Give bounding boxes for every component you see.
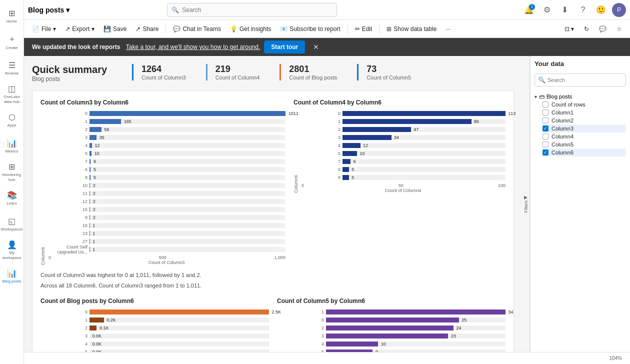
tree-root[interactable]: ▾ 🗃 Blog posts [534,92,626,100]
view-toggle-button[interactable]: ⊡ ▾ [560,22,578,36]
bar-value: 34 [508,310,514,314]
chat-in-teams-button[interactable]: 💬 Chat in Teams [169,22,224,36]
search-box[interactable]: 🔍 [167,3,337,17]
sidebar-item-create[interactable]: ＋ Create [2,30,22,54]
field-item[interactable]: Column2 [542,116,626,124]
file-button[interactable]: 📄 File ▾ [28,22,60,36]
bar-label: 11 [48,191,88,196]
bar-container: 2 [90,199,286,204]
more-button[interactable]: ··· [442,22,454,36]
sidebar-item-monitoring[interactable]: ⊞ Monitoring hub [2,160,22,184]
notifications-button[interactable]: 🔔 1 [522,3,536,17]
field-item[interactable]: Column1 [542,108,626,116]
bar-value: 1 [92,247,95,252]
field-item[interactable]: ✓Column6 [542,148,626,156]
sidebar-item-my-workspace[interactable]: 👤 My workspace [2,238,22,262]
notifications-badge: 1 [529,4,535,10]
bar-value: 2 [93,199,96,204]
bar-value: 1 [92,223,95,228]
share-button[interactable]: ↗ Share [132,22,162,36]
sidebar-item-metrics[interactable]: 📊 Metrics [2,134,22,158]
tree-root-label: Blog posts [546,94,572,100]
chart3-bars: 02.5K10.2K20.1K30.0K40.0K50.0K70.0K60.0K… [48,308,269,352]
bar-container: 2 [90,183,286,188]
bar-container: 12 [342,143,506,148]
learn-icon: 📚 [7,190,17,200]
sidebar-item-apps[interactable]: ⬡ Apps [2,108,22,132]
get-insights-button[interactable]: 💡 Get insights [226,22,275,36]
bar-label: 3 [284,334,324,338]
summary-stats: 1264 Count of Column3 219 Count of Colum… [132,64,514,80]
field-checkbox[interactable]: ✓ [542,126,548,132]
sidebar-item-home[interactable]: ⊞ Home [2,4,22,28]
table-icon: ⊞ [386,26,392,32]
subscribe-button[interactable]: 📧 Subscribe to report [276,22,344,36]
field-checkbox[interactable] [542,102,548,108]
stat-column3-label: Count of Column3 [142,74,186,80]
settings-button[interactable]: ⚙ [540,3,554,17]
apps-icon: ⬡ [8,112,16,122]
app-title[interactable]: Blog posts ▾ [28,6,70,14]
field-item[interactable]: Column4 [542,132,626,140]
save-icon: 💾 [104,26,111,32]
bar-fill [326,350,372,352]
avatar[interactable]: P [612,3,626,17]
show-data-table-button[interactable]: ⊞ Show data table [382,22,440,36]
sidebar-item-blog-posts[interactable]: 📊 Blog posts [2,264,22,288]
export-button[interactable]: ↗ Export ▾ [61,22,98,36]
start-tour-button[interactable]: Start tour [264,40,305,54]
bar-fill [90,127,102,132]
field-name: Column2 [552,118,626,124]
search-input[interactable] [182,6,332,14]
field-item[interactable]: Count of rows [542,100,626,108]
file-label: File [42,26,51,32]
bar-row: 65 [48,166,286,173]
bar-container: 10 [342,151,506,156]
bar-row: 85 [48,174,286,181]
bar-fill [342,143,360,148]
sidebar-item-workspaces[interactable]: ◱ Workspaces [2,212,22,236]
filters-search-input[interactable] [548,77,622,83]
stat-column5: 73 Count of Column5 [357,64,419,80]
chart3-axis-area: Column6 02.5K10.2K20.1K30.0K40.0K50.0K70… [40,308,269,352]
toolbar: 📄 File ▾ ↗ Export ▾ 💾 Save ↗ Share 💬 Cha… [24,20,630,38]
filters-toggle[interactable]: ◀ Filters [522,56,530,352]
bar-label: 1 [48,318,88,322]
banner-link[interactable]: Take a tour, and we'll show you how to g… [126,44,260,50]
bar-fill [326,318,459,322]
bookmark-button[interactable]: ☆ [612,22,626,36]
field-checkbox[interactable] [542,134,548,140]
field-checkbox[interactable] [542,110,548,116]
download-button[interactable]: ⬇ [558,3,572,17]
sidebar-item-browse[interactable]: ☰ Browse [2,56,22,80]
bar-row: 92 [48,214,286,221]
field-item[interactable]: Column5 [542,140,626,148]
bar-row: 134 [284,308,506,316]
comment-button[interactable]: 💬 [595,22,610,36]
edit-button[interactable]: ✏ Edit [351,22,376,36]
field-item[interactable]: ✓Column3 [542,124,626,132]
save-button[interactable]: 💾 Save [100,22,130,36]
banner-close-button[interactable]: ✕ [313,43,319,51]
field-checkbox[interactable]: ✓ [542,150,548,156]
blog-posts-icon: 📊 [7,268,17,278]
filters-content: Your data 🔍 ▾ 🗃 Blog posts Count of rows… [530,56,630,352]
charts-top-row: Count of Column3 by Column6 Column6 0101… [40,99,506,290]
field-checkbox[interactable] [542,118,548,124]
stat-column5-value: 73 [366,64,411,74]
bar-label: 1 [48,119,88,124]
bar-row: 1165 [48,118,286,125]
emoji-button[interactable]: 🙂 [594,3,608,17]
bar-label: 4 [284,342,324,346]
bar-container: 5 [342,167,506,172]
app-title-dropdown-icon[interactable]: ▾ [66,6,70,14]
bar-label: 5 [48,151,88,156]
sidebar-item-onelake[interactable]: ◫ OneLake data hub [2,82,22,106]
sidebar-item-learn[interactable]: 📚 Learn [2,186,22,210]
bar-container: 56 [90,127,286,132]
help-button[interactable]: ? [576,3,590,17]
refresh-button[interactable]: ↻ [580,22,593,36]
field-checkbox[interactable] [542,142,548,148]
edit-label: Edit [362,26,372,32]
filters-search[interactable]: 🔍 [534,74,626,86]
